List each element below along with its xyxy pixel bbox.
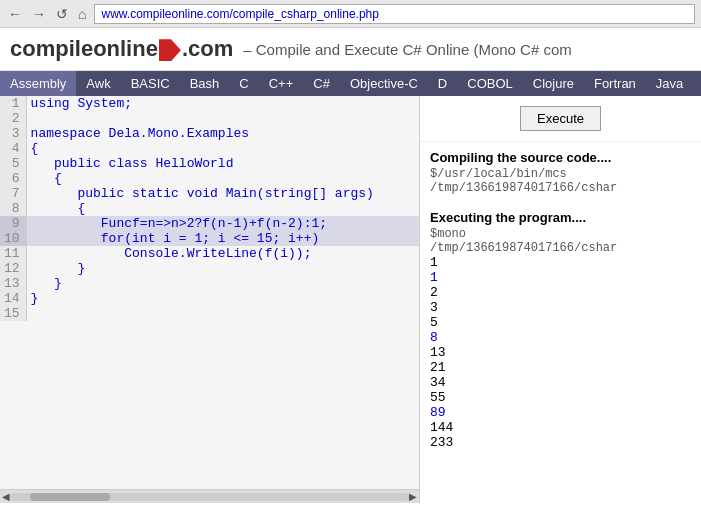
line-content: } xyxy=(26,291,419,306)
code-table: 1using System;23namespace Dela.Mono.Exam… xyxy=(0,96,419,321)
site-header: compileonline.com – Compile and Execute … xyxy=(0,28,701,71)
logo-arrow-icon xyxy=(159,39,181,61)
nav-item-c[interactable]: C xyxy=(229,71,258,96)
nav-item-assembly[interactable]: Assembly xyxy=(0,71,76,96)
line-content: { xyxy=(26,201,419,216)
output-number-2: 2 xyxy=(430,285,691,300)
line-number: 4 xyxy=(0,141,26,156)
line-number: 14 xyxy=(0,291,26,306)
execute-title: Executing the program.... xyxy=(430,210,691,225)
line-content: { xyxy=(26,141,419,156)
line-content xyxy=(26,306,419,321)
line-content: namespace Dela.Mono.Examples xyxy=(26,126,419,141)
output-number-0: 1 xyxy=(430,255,691,270)
nav-item-csharp[interactable]: C# xyxy=(303,71,340,96)
nav-item-fortran[interactable]: Fortran xyxy=(584,71,646,96)
output-number-4: 5 xyxy=(430,315,691,330)
line-content: Funcf=n=>n>2?f(n-1)+f(n-2):1; xyxy=(26,216,419,231)
code-line-3: 3namespace Dela.Mono.Examples xyxy=(0,126,419,141)
code-line-14: 14} xyxy=(0,291,419,306)
nav-item-lisp[interactable]: LISP xyxy=(693,71,701,96)
execute-line-1: $mono xyxy=(430,227,691,241)
code-line-12: 12 } xyxy=(0,261,419,276)
nav-item-basic[interactable]: BASIC xyxy=(121,71,180,96)
nav-item-java[interactable]: Java xyxy=(646,71,693,96)
line-number: 3 xyxy=(0,126,26,141)
code-panel: 1using System;23namespace Dela.Mono.Exam… xyxy=(0,96,420,503)
scroll-thumb[interactable] xyxy=(30,493,110,501)
execute-area: Execute xyxy=(420,96,701,142)
line-content xyxy=(26,111,419,126)
line-content: } xyxy=(26,261,419,276)
output-number-3: 3 xyxy=(430,300,691,315)
compile-line-1: $/usr/local/bin/mcs xyxy=(430,167,691,181)
home-button[interactable]: ⌂ xyxy=(76,6,88,22)
nav-item-clojure[interactable]: Clojure xyxy=(523,71,584,96)
line-content: Console.WriteLine(f(i)); xyxy=(26,246,419,261)
output-number-9: 55 xyxy=(430,390,691,405)
line-number: 11 xyxy=(0,246,26,261)
code-line-10: 10 for(int i = 1; i <= 15; i++) xyxy=(0,231,419,246)
nav-item-d[interactable]: D xyxy=(428,71,457,96)
url-input[interactable] xyxy=(94,4,695,24)
output-number-10: 89 xyxy=(430,405,691,420)
logo: compileonline.com xyxy=(10,36,233,62)
code-scrollbar[interactable]: ◀ ▶ xyxy=(0,489,419,503)
compile-title: Compiling the source code.... xyxy=(430,150,691,165)
site-tagline: – Compile and Execute C# Online (Mono C#… xyxy=(243,41,572,58)
output-number-6: 13 xyxy=(430,345,691,360)
line-content: for(int i = 1; i <= 15; i++) xyxy=(26,231,419,246)
nav-item-bash[interactable]: Bash xyxy=(180,71,230,96)
code-line-5: 5 public class HelloWorld xyxy=(0,156,419,171)
right-panel: Execute Compiling the source code.... $/… xyxy=(420,96,701,503)
reload-button[interactable]: ↺ xyxy=(54,6,70,22)
code-area[interactable]: 1using System;23namespace Dela.Mono.Exam… xyxy=(0,96,419,489)
scroll-left-icon[interactable]: ◀ xyxy=(2,491,10,502)
nav-item-objc[interactable]: Objective-C xyxy=(340,71,428,96)
output-panel: Compiling the source code.... $/usr/loca… xyxy=(420,142,701,503)
output-number-8: 34 xyxy=(430,375,691,390)
nav-item-cpp[interactable]: C++ xyxy=(259,71,304,96)
line-number: 5 xyxy=(0,156,26,171)
line-number: 8 xyxy=(0,201,26,216)
line-number: 10 xyxy=(0,231,26,246)
output-numbers: 1123581321345589144233 xyxy=(430,255,691,450)
line-content: public static void Main(string[] args) xyxy=(26,186,419,201)
line-number: 12 xyxy=(0,261,26,276)
scroll-track[interactable] xyxy=(10,493,409,501)
output-number-1: 1 xyxy=(430,270,691,285)
main-layout: 1using System;23namespace Dela.Mono.Exam… xyxy=(0,96,701,503)
code-line-9: 9 Funcf=n=>n>2?f(n-1)+f(n-2):1; xyxy=(0,216,419,231)
line-content: { xyxy=(26,171,419,186)
line-number: 6 xyxy=(0,171,26,186)
output-number-7: 21 xyxy=(430,360,691,375)
code-line-11: 11 Console.WriteLine(f(i)); xyxy=(0,246,419,261)
code-line-4: 4{ xyxy=(0,141,419,156)
back-button[interactable]: ← xyxy=(6,6,24,22)
code-line-7: 7 public static void Main(string[] args) xyxy=(0,186,419,201)
code-line-6: 6 { xyxy=(0,171,419,186)
line-number: 7 xyxy=(0,186,26,201)
line-number: 2 xyxy=(0,111,26,126)
forward-button[interactable]: → xyxy=(30,6,48,22)
line-content: public class HelloWorld xyxy=(26,156,419,171)
nav-item-cobol[interactable]: COBOL xyxy=(457,71,523,96)
line-number: 15 xyxy=(0,306,26,321)
line-number: 1 xyxy=(0,96,26,111)
line-content: using System; xyxy=(26,96,419,111)
code-line-2: 2 xyxy=(0,111,419,126)
code-line-15: 15 xyxy=(0,306,419,321)
line-number: 13 xyxy=(0,276,26,291)
output-number-5: 8 xyxy=(430,330,691,345)
scroll-right-icon[interactable]: ▶ xyxy=(409,491,417,502)
compile-line-2: /tmp/136619874017166/cshar xyxy=(430,181,691,195)
line-content: } xyxy=(26,276,419,291)
nav-bar: Assembly Awk BASIC Bash C C++ C# Objecti… xyxy=(0,71,701,96)
output-number-12: 233 xyxy=(430,435,691,450)
output-number-11: 144 xyxy=(430,420,691,435)
execute-button[interactable]: Execute xyxy=(520,106,601,131)
execute-line-2: /tmp/136619874017166/cshar xyxy=(430,241,691,255)
logo-text2: .com xyxy=(182,36,233,61)
logo-text1: compileonline xyxy=(10,36,158,61)
nav-item-awk[interactable]: Awk xyxy=(76,71,120,96)
